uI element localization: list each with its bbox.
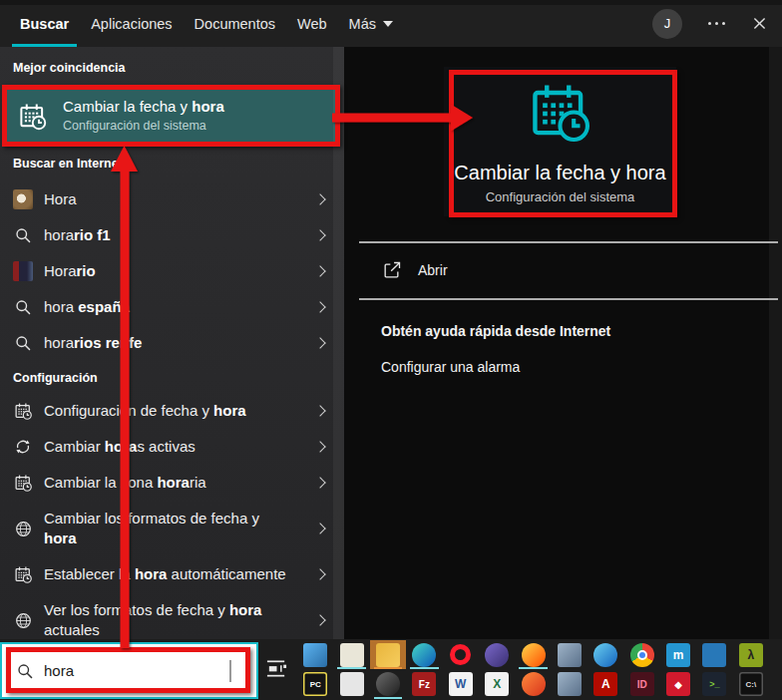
watch-thumbnail	[12, 189, 34, 209]
tab-más[interactable]: Más	[347, 0, 395, 47]
left-scrollbar[interactable]	[333, 47, 344, 639]
best-match-item[interactable]: Cambiar la fecha y hora Configuración de…	[5, 89, 337, 144]
firefox-icon[interactable]	[515, 640, 551, 669]
tab-aplicaciones[interactable]: Aplicaciones	[89, 0, 174, 47]
edge-icon[interactable]	[406, 640, 442, 669]
preview-title: Cambiar la fecha y hora	[454, 162, 665, 184]
chevron-right-icon	[314, 523, 325, 533]
white-app-icon[interactable]	[333, 669, 369, 699]
tab-documentos[interactable]: Documentos	[193, 0, 277, 47]
open-label: Abrir	[418, 262, 448, 278]
list-item[interactable]: horario f1	[0, 217, 344, 253]
fish-app-2-icon[interactable]	[552, 669, 587, 699]
file-explorer-icon[interactable]	[370, 640, 406, 669]
poster-thumbnail	[12, 261, 34, 281]
alarm-link[interactable]: Configurar una alarma	[381, 359, 520, 375]
pycharm-icon[interactable]: PC	[297, 669, 333, 699]
internet-suggestions-list: Horahorario f1Horariohora españahorarios…	[0, 181, 344, 361]
purple-app-icon[interactable]	[479, 640, 515, 669]
tab-strip: BuscarAplicacionesDocumentosWebMás	[18, 0, 395, 47]
calendar-clock-icon	[528, 80, 593, 150]
settings-results-list: Configuración de fecha y horaCambiar hor…	[0, 393, 344, 639]
list-item[interactable]: Cambiar horas activas	[0, 429, 344, 465]
divider	[359, 298, 778, 300]
best-match-subtitle: Configuración del sistema	[63, 119, 224, 135]
chevron-right-icon	[314, 265, 325, 276]
media-app-icon[interactable]	[370, 669, 406, 699]
search-icon	[12, 298, 34, 316]
list-item[interactable]: Configuración de fecha y hora	[0, 393, 344, 429]
search-icon	[12, 226, 34, 244]
search-results-area: Mejor coincidencia Cambiar la fecha y ho…	[0, 47, 782, 639]
open-external-icon	[382, 260, 402, 280]
close-icon[interactable]	[751, 15, 768, 32]
more-options-icon[interactable]	[708, 22, 725, 25]
list-item[interactable]: Cambiar los formatos de fecha y hora	[0, 501, 344, 556]
best-match-title: Cambiar la fecha y hora	[63, 98, 224, 117]
dropdown-caret-icon	[383, 21, 393, 27]
list-item[interactable]: Establecer la hora automáticamente	[0, 556, 344, 592]
chevron-right-icon	[314, 477, 325, 488]
this-pc-icon[interactable]	[297, 640, 333, 669]
acrobat-icon[interactable]: A	[587, 669, 623, 699]
cmd-icon[interactable]: C:\	[733, 669, 769, 699]
section-header-internet: Buscar en Internet	[13, 157, 344, 175]
section-header-settings: Configuración	[13, 371, 344, 389]
chevron-right-icon	[314, 405, 325, 416]
globe-icon	[12, 611, 34, 630]
taskbar-search-box[interactable]	[0, 642, 258, 699]
list-item[interactable]: Cambiar la zona horaria	[0, 465, 344, 501]
list-item[interactable]: Horario	[0, 253, 344, 289]
list-item[interactable]: Hora	[0, 181, 344, 217]
open-action[interactable]: Abrir	[382, 258, 448, 282]
filezilla-icon[interactable]: Fz	[406, 669, 442, 699]
search-input[interactable]	[44, 662, 194, 679]
avatar[interactable]: J	[652, 9, 682, 39]
list-item[interactable]: horarios renfe	[0, 325, 344, 361]
opera-icon[interactable]	[443, 640, 479, 669]
globe-icon	[12, 520, 34, 538]
preview-card: Cambiar la fecha y hora Configuración de…	[444, 67, 676, 216]
chevron-right-icon	[314, 337, 325, 348]
chrome-icon[interactable]	[624, 640, 660, 669]
text-cursor	[229, 660, 231, 682]
topbar-actions: J	[652, 0, 768, 47]
tab-web[interactable]: Web	[295, 0, 329, 47]
orange-app-icon[interactable]	[515, 669, 551, 699]
notepad-icon[interactable]	[333, 640, 369, 669]
windows-search-screen: BuscarAplicacionesDocumentosWebMás J Mej…	[0, 0, 782, 700]
chevron-right-icon	[314, 568, 325, 579]
sync-icon	[12, 438, 34, 456]
results-panel: Mejor coincidencia Cambiar la fecha y ho…	[0, 47, 344, 639]
preview-panel: Cambiar la fecha y hora Configuración de…	[344, 47, 782, 639]
vscode-icon[interactable]	[696, 640, 732, 669]
search-tabs-bar: BuscarAplicacionesDocumentosWebMás J	[0, 0, 782, 47]
chevron-right-icon	[314, 229, 325, 240]
indesign-icon[interactable]: ID	[624, 669, 660, 699]
script-app-icon[interactable]: >_	[696, 669, 732, 699]
list-item[interactable]: Ver los formatos de fecha y hora actuale…	[0, 592, 344, 639]
chevron-right-icon	[314, 441, 325, 452]
task-view-icon[interactable]	[265, 657, 288, 684]
search-icon	[16, 662, 34, 680]
divider	[359, 241, 778, 243]
calendar-clock-icon	[12, 402, 34, 421]
red-diamond-app-icon[interactable]: ◆	[660, 669, 696, 699]
list-item[interactable]: hora españa	[0, 289, 344, 325]
section-header-best-match: Mejor coincidencia	[13, 61, 344, 79]
help-link[interactable]: Obtén ayuda rápida desde Internet	[381, 323, 610, 339]
word-icon[interactable]: W	[443, 669, 479, 699]
taskbar-icon-grid: mλ PCFzWXAID◆>_C:\	[297, 640, 769, 699]
chevron-right-icon	[314, 614, 325, 625]
excel-icon[interactable]: X	[479, 669, 515, 699]
maxthon-icon[interactable]: m	[660, 640, 696, 669]
fish-app-icon[interactable]	[552, 640, 587, 669]
calendar-clock-icon	[12, 474, 34, 493]
waterfox-icon[interactable]	[587, 640, 623, 669]
tab-buscar[interactable]: Buscar	[18, 0, 71, 47]
lambda-app-icon[interactable]: λ	[733, 640, 769, 669]
preview-subtitle: Configuración del sistema	[486, 189, 635, 204]
chevron-right-icon	[314, 193, 325, 204]
calendar-clock-icon	[12, 565, 34, 584]
chevron-right-icon	[314, 301, 325, 312]
